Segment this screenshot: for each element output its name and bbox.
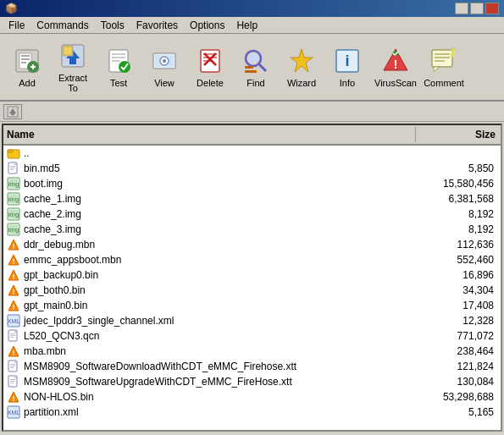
file-size: 6,381,568: [416, 193, 501, 205]
table-row[interactable]: ! NON-HLOS.bin 53,298,688: [3, 389, 501, 405]
table-row[interactable]: img cache_3.img 8,192: [3, 222, 501, 237]
toolbar-virusscan-button[interactable]: ! VirusScan: [371, 38, 420, 96]
file-list-container[interactable]: Name Size .. bin.md5 5,850 img boot.img …: [2, 124, 502, 432]
file-name: gpt_both0.bin: [24, 284, 86, 296]
info-label: Info: [340, 78, 355, 88]
menu-help[interactable]: Help: [231, 18, 263, 33]
file-name-cell: ! ddr_debug.mbn: [3, 238, 416, 251]
file-type-icon: [7, 162, 20, 175]
table-row[interactable]: img cache_2.img 8,192: [3, 206, 501, 222]
menu-bar: File Commands Tools Favorites Options He…: [0, 17, 504, 34]
file-name-cell: XML jedec_lpddr3_single_channel.xml: [3, 314, 416, 328]
toolbar-info-button[interactable]: i Info: [325, 38, 369, 96]
file-type-icon: !: [7, 284, 20, 297]
svg-text:img: img: [8, 226, 19, 234]
menu-commands[interactable]: Commands: [31, 18, 93, 33]
svg-rect-50: [10, 166, 15, 167]
svg-text:!: !: [13, 242, 15, 251]
find-icon: [241, 46, 271, 76]
file-name: mba.mbn: [24, 345, 66, 357]
svg-rect-31: [245, 66, 253, 69]
file-name-cell: ..: [3, 146, 416, 160]
file-name-cell: img cache_3.img: [3, 223, 416, 236]
file-size: 112,636: [416, 239, 501, 251]
svg-rect-93: [10, 383, 14, 383]
virusscan-label: VirusScan: [374, 78, 417, 88]
toolbar-find-button[interactable]: Find: [234, 38, 278, 96]
file-name: ddr_debug.mbn: [24, 239, 95, 251]
table-row[interactable]: bin.md5 5,850: [3, 161, 501, 176]
wizard-label: Wizard: [287, 78, 316, 88]
file-type-icon: !: [7, 238, 20, 251]
column-name-header[interactable]: Name: [3, 127, 416, 142]
table-row[interactable]: ! mba.mbn 238,464: [3, 344, 501, 359]
toolbar-delete-button[interactable]: Delete: [188, 38, 232, 96]
menu-file[interactable]: File: [3, 18, 30, 33]
table-row[interactable]: ! gpt_backup0.bin 16,896: [3, 267, 501, 283]
table-row[interactable]: img boot.img 15,580,456: [3, 176, 501, 191]
toolbar-comment-button[interactable]: Comment: [422, 38, 466, 96]
svg-rect-13: [112, 53, 125, 55]
table-row[interactable]: ! emmc_appsboot.mbn 552,460: [3, 252, 501, 267]
svg-text:img: img: [8, 195, 19, 203]
toolbar-extract-button[interactable]: Extract To: [51, 38, 95, 96]
file-type-icon: [7, 146, 20, 160]
file-name-cell: ! mba.mbn: [3, 344, 416, 358]
title-bar: 📦: [0, 0, 504, 17]
toolbar-wizard-button[interactable]: Wizard: [280, 38, 324, 96]
file-list-header: Name Size: [3, 125, 501, 146]
delete-icon: [195, 46, 225, 76]
file-name: partition.xml: [24, 406, 79, 418]
svg-rect-40: [435, 57, 450, 58]
svg-rect-39: [435, 53, 450, 55]
file-size: 16,896: [416, 269, 501, 281]
table-row[interactable]: ! gpt_main0.bin 17,408: [3, 298, 501, 313]
minimize-button[interactable]: [455, 3, 468, 14]
find-label: Find: [246, 78, 264, 88]
view-label: View: [154, 78, 174, 88]
file-name: MSM8909_SoftwareUpgradeWithCDT_eMMC_Fire…: [24, 376, 292, 388]
file-type-icon: !: [7, 390, 20, 404]
table-row[interactable]: L520_QCN3.qcn 771,072: [3, 328, 501, 344]
add-icon: [12, 46, 42, 76]
file-type-icon: XML: [7, 405, 20, 419]
file-name: bin.md5: [24, 162, 60, 174]
file-type-icon: !: [7, 268, 20, 282]
file-size: 15,580,456: [416, 178, 501, 190]
menu-favorites[interactable]: Favorites: [131, 18, 183, 33]
table-row[interactable]: ..: [3, 146, 501, 161]
table-row[interactable]: ! ddr_debug.mbn 112,636: [3, 237, 501, 252]
toolbar-test-button[interactable]: Test: [97, 38, 141, 96]
maximize-button[interactable]: [470, 3, 484, 14]
table-row[interactable]: MSM8909_SoftwareUpgradeWithCDT_eMMC_Fire…: [3, 374, 501, 389]
file-name: NON-HLOS.bin: [24, 391, 94, 403]
add-label: Add: [19, 78, 36, 88]
table-row[interactable]: img cache_1.img 6,381,568: [3, 191, 501, 206]
extract-label: Extract To: [53, 73, 92, 93]
menu-tools[interactable]: Tools: [96, 18, 130, 33]
toolbar-add-button[interactable]: Add: [5, 38, 49, 96]
file-name-cell: img boot.img: [3, 177, 416, 190]
table-row[interactable]: MSM8909_SoftwareDownloadWithCDT_eMMC_Fir…: [3, 359, 501, 374]
toolbar-view-button[interactable]: View: [142, 38, 186, 96]
file-name-cell: img cache_2.img: [3, 207, 416, 221]
svg-text:!: !: [13, 303, 15, 311]
file-name: gpt_backup0.bin: [24, 269, 98, 281]
extract-icon: [58, 41, 88, 71]
svg-point-28: [248, 53, 258, 63]
table-row[interactable]: XML jedec_lpddr3_single_channel.xml 12,3…: [3, 313, 501, 328]
svg-point-20: [163, 59, 166, 63]
table-row[interactable]: XML partition.xml 5,165: [3, 405, 501, 420]
table-row[interactable]: ! gpt_both0.bin 34,304: [3, 283, 501, 298]
svg-rect-47: [8, 150, 13, 152]
navigate-up-button[interactable]: [3, 104, 22, 119]
file-size: 552,460: [416, 254, 501, 266]
file-name: cache_2.img: [24, 208, 81, 220]
file-name-cell: img cache_1.img: [3, 192, 416, 206]
menu-options[interactable]: Options: [185, 18, 230, 33]
file-name: gpt_main0.bin: [24, 300, 87, 311]
close-button[interactable]: [485, 3, 499, 14]
file-name: jedec_lpddr3_single_channel.xml: [24, 315, 174, 327]
svg-rect-15: [112, 60, 120, 62]
column-size-header[interactable]: Size: [416, 127, 501, 142]
